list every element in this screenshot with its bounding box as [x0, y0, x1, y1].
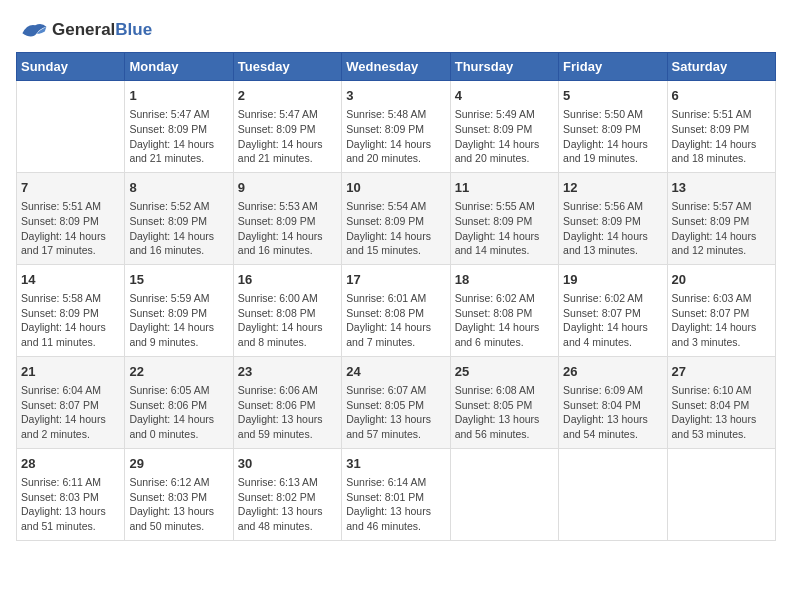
- calendar-cell: 5Sunrise: 5:50 AM Sunset: 8:09 PM Daylig…: [559, 81, 667, 173]
- day-info: Sunrise: 5:53 AM Sunset: 8:09 PM Dayligh…: [238, 199, 337, 258]
- day-info: Sunrise: 5:48 AM Sunset: 8:09 PM Dayligh…: [346, 107, 445, 166]
- day-info: Sunrise: 5:58 AM Sunset: 8:09 PM Dayligh…: [21, 291, 120, 350]
- day-info: Sunrise: 6:06 AM Sunset: 8:06 PM Dayligh…: [238, 383, 337, 442]
- calendar-cell: 9Sunrise: 5:53 AM Sunset: 8:09 PM Daylig…: [233, 172, 341, 264]
- day-info: Sunrise: 5:49 AM Sunset: 8:09 PM Dayligh…: [455, 107, 554, 166]
- calendar-cell: 7Sunrise: 5:51 AM Sunset: 8:09 PM Daylig…: [17, 172, 125, 264]
- day-number: 31: [346, 455, 445, 473]
- calendar-cell: 25Sunrise: 6:08 AM Sunset: 8:05 PM Dayli…: [450, 356, 558, 448]
- day-number: 19: [563, 271, 662, 289]
- day-number: 6: [672, 87, 771, 105]
- day-info: Sunrise: 6:07 AM Sunset: 8:05 PM Dayligh…: [346, 383, 445, 442]
- day-info: Sunrise: 6:02 AM Sunset: 8:08 PM Dayligh…: [455, 291, 554, 350]
- calendar-week-row: 7Sunrise: 5:51 AM Sunset: 8:09 PM Daylig…: [17, 172, 776, 264]
- day-info: Sunrise: 6:11 AM Sunset: 8:03 PM Dayligh…: [21, 475, 120, 534]
- day-info: Sunrise: 6:02 AM Sunset: 8:07 PM Dayligh…: [563, 291, 662, 350]
- day-number: 9: [238, 179, 337, 197]
- page-header: GeneralBlue: [16, 16, 776, 44]
- day-info: Sunrise: 5:52 AM Sunset: 8:09 PM Dayligh…: [129, 199, 228, 258]
- day-info: Sunrise: 6:08 AM Sunset: 8:05 PM Dayligh…: [455, 383, 554, 442]
- day-info: Sunrise: 5:50 AM Sunset: 8:09 PM Dayligh…: [563, 107, 662, 166]
- day-number: 3: [346, 87, 445, 105]
- calendar-cell: 28Sunrise: 6:11 AM Sunset: 8:03 PM Dayli…: [17, 448, 125, 540]
- calendar-week-row: 28Sunrise: 6:11 AM Sunset: 8:03 PM Dayli…: [17, 448, 776, 540]
- day-number: 2: [238, 87, 337, 105]
- day-number: 28: [21, 455, 120, 473]
- day-info: Sunrise: 6:05 AM Sunset: 8:06 PM Dayligh…: [129, 383, 228, 442]
- calendar-cell: 18Sunrise: 6:02 AM Sunset: 8:08 PM Dayli…: [450, 264, 558, 356]
- day-number: 11: [455, 179, 554, 197]
- calendar-cell: 13Sunrise: 5:57 AM Sunset: 8:09 PM Dayli…: [667, 172, 775, 264]
- logo-bird-icon: [16, 16, 48, 44]
- day-number: 15: [129, 271, 228, 289]
- day-info: Sunrise: 6:12 AM Sunset: 8:03 PM Dayligh…: [129, 475, 228, 534]
- calendar-week-row: 21Sunrise: 6:04 AM Sunset: 8:07 PM Dayli…: [17, 356, 776, 448]
- day-of-week-header: Friday: [559, 53, 667, 81]
- day-number: 14: [21, 271, 120, 289]
- day-info: Sunrise: 6:13 AM Sunset: 8:02 PM Dayligh…: [238, 475, 337, 534]
- day-number: 23: [238, 363, 337, 381]
- day-of-week-header: Saturday: [667, 53, 775, 81]
- calendar-table: SundayMondayTuesdayWednesdayThursdayFrid…: [16, 52, 776, 541]
- day-info: Sunrise: 5:47 AM Sunset: 8:09 PM Dayligh…: [238, 107, 337, 166]
- day-number: 21: [21, 363, 120, 381]
- calendar-cell: [667, 448, 775, 540]
- day-info: Sunrise: 5:54 AM Sunset: 8:09 PM Dayligh…: [346, 199, 445, 258]
- calendar-week-row: 14Sunrise: 5:58 AM Sunset: 8:09 PM Dayli…: [17, 264, 776, 356]
- day-info: Sunrise: 5:57 AM Sunset: 8:09 PM Dayligh…: [672, 199, 771, 258]
- day-of-week-header: Monday: [125, 53, 233, 81]
- day-info: Sunrise: 6:09 AM Sunset: 8:04 PM Dayligh…: [563, 383, 662, 442]
- day-info: Sunrise: 5:56 AM Sunset: 8:09 PM Dayligh…: [563, 199, 662, 258]
- calendar-cell: 1Sunrise: 5:47 AM Sunset: 8:09 PM Daylig…: [125, 81, 233, 173]
- calendar-cell: 24Sunrise: 6:07 AM Sunset: 8:05 PM Dayli…: [342, 356, 450, 448]
- day-number: 29: [129, 455, 228, 473]
- calendar-cell: 4Sunrise: 5:49 AM Sunset: 8:09 PM Daylig…: [450, 81, 558, 173]
- day-number: 1: [129, 87, 228, 105]
- calendar-cell: 14Sunrise: 5:58 AM Sunset: 8:09 PM Dayli…: [17, 264, 125, 356]
- day-info: Sunrise: 6:14 AM Sunset: 8:01 PM Dayligh…: [346, 475, 445, 534]
- calendar-cell: 11Sunrise: 5:55 AM Sunset: 8:09 PM Dayli…: [450, 172, 558, 264]
- day-number: 18: [455, 271, 554, 289]
- calendar-cell: 6Sunrise: 5:51 AM Sunset: 8:09 PM Daylig…: [667, 81, 775, 173]
- logo-text: GeneralBlue: [52, 21, 152, 40]
- calendar-cell: 2Sunrise: 5:47 AM Sunset: 8:09 PM Daylig…: [233, 81, 341, 173]
- calendar-cell: 29Sunrise: 6:12 AM Sunset: 8:03 PM Dayli…: [125, 448, 233, 540]
- day-of-week-header: Tuesday: [233, 53, 341, 81]
- calendar-cell: [559, 448, 667, 540]
- calendar-cell: 22Sunrise: 6:05 AM Sunset: 8:06 PM Dayli…: [125, 356, 233, 448]
- day-info: Sunrise: 5:51 AM Sunset: 8:09 PM Dayligh…: [21, 199, 120, 258]
- day-info: Sunrise: 6:01 AM Sunset: 8:08 PM Dayligh…: [346, 291, 445, 350]
- calendar-cell: 30Sunrise: 6:13 AM Sunset: 8:02 PM Dayli…: [233, 448, 341, 540]
- day-info: Sunrise: 6:04 AM Sunset: 8:07 PM Dayligh…: [21, 383, 120, 442]
- calendar-cell: [17, 81, 125, 173]
- day-number: 30: [238, 455, 337, 473]
- day-info: Sunrise: 5:59 AM Sunset: 8:09 PM Dayligh…: [129, 291, 228, 350]
- day-number: 25: [455, 363, 554, 381]
- day-number: 12: [563, 179, 662, 197]
- calendar-cell: 8Sunrise: 5:52 AM Sunset: 8:09 PM Daylig…: [125, 172, 233, 264]
- day-info: Sunrise: 6:03 AM Sunset: 8:07 PM Dayligh…: [672, 291, 771, 350]
- calendar-cell: 16Sunrise: 6:00 AM Sunset: 8:08 PM Dayli…: [233, 264, 341, 356]
- calendar-cell: 19Sunrise: 6:02 AM Sunset: 8:07 PM Dayli…: [559, 264, 667, 356]
- calendar-week-row: 1Sunrise: 5:47 AM Sunset: 8:09 PM Daylig…: [17, 81, 776, 173]
- day-number: 22: [129, 363, 228, 381]
- logo: GeneralBlue: [16, 16, 152, 44]
- day-number: 17: [346, 271, 445, 289]
- day-number: 4: [455, 87, 554, 105]
- day-number: 20: [672, 271, 771, 289]
- day-number: 13: [672, 179, 771, 197]
- day-number: 27: [672, 363, 771, 381]
- calendar-cell: 3Sunrise: 5:48 AM Sunset: 8:09 PM Daylig…: [342, 81, 450, 173]
- day-of-week-header: Thursday: [450, 53, 558, 81]
- day-number: 10: [346, 179, 445, 197]
- day-info: Sunrise: 6:00 AM Sunset: 8:08 PM Dayligh…: [238, 291, 337, 350]
- calendar-cell: 26Sunrise: 6:09 AM Sunset: 8:04 PM Dayli…: [559, 356, 667, 448]
- calendar-cell: 10Sunrise: 5:54 AM Sunset: 8:09 PM Dayli…: [342, 172, 450, 264]
- day-number: 24: [346, 363, 445, 381]
- day-info: Sunrise: 6:10 AM Sunset: 8:04 PM Dayligh…: [672, 383, 771, 442]
- calendar-cell: 21Sunrise: 6:04 AM Sunset: 8:07 PM Dayli…: [17, 356, 125, 448]
- day-number: 26: [563, 363, 662, 381]
- calendar-cell: 15Sunrise: 5:59 AM Sunset: 8:09 PM Dayli…: [125, 264, 233, 356]
- calendar-cell: 17Sunrise: 6:01 AM Sunset: 8:08 PM Dayli…: [342, 264, 450, 356]
- day-info: Sunrise: 5:47 AM Sunset: 8:09 PM Dayligh…: [129, 107, 228, 166]
